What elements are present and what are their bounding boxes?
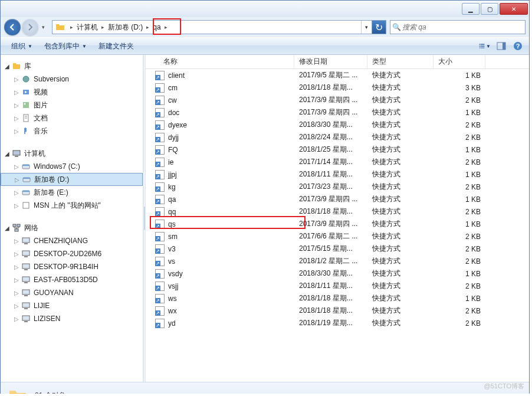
breadcrumb-2[interactable]: qa xyxy=(152,23,162,31)
tree-drive-item[interactable]: ▷新加卷 (E:) xyxy=(1,186,143,199)
file-type: 快捷方式 xyxy=(367,182,434,192)
preview-pane-button[interactable] xyxy=(495,40,508,53)
chevron-right-icon[interactable]: ▸ xyxy=(162,24,170,30)
arrow-left-icon xyxy=(8,23,17,31)
file-row[interactable]: cm2018/1/18 星期...快捷方式3 KB xyxy=(146,81,529,94)
tree-lib-item[interactable]: ▷音乐 xyxy=(1,125,143,138)
tree-computer[interactable]: ◢计算机 xyxy=(1,147,143,160)
chevron-right-icon[interactable]: ▸ xyxy=(99,24,107,30)
status-bar: 21 个对象 xyxy=(1,382,529,394)
tree-network-computer[interactable]: ▷EAST-AFB0513D5D xyxy=(1,273,143,286)
file-date: 2018/1/2 星期二 ... xyxy=(294,256,367,266)
shortcut-icon xyxy=(155,257,165,266)
chevron-right-icon[interactable]: ▸ xyxy=(144,24,152,30)
file-row[interactable]: jjpj2018/1/11 星期...快捷方式1 KB xyxy=(146,168,529,181)
svg-rect-30 xyxy=(22,238,29,243)
shortcut-icon xyxy=(155,158,165,167)
item-icon xyxy=(21,126,31,136)
file-row[interactable]: kg2017/3/23 星期...快捷方式2 KB xyxy=(146,181,529,193)
file-row[interactable]: dyexe2018/3/30 星期...快捷方式2 KB xyxy=(146,119,529,131)
file-row[interactable]: vs2018/1/2 星期二 ...快捷方式2 KB xyxy=(146,255,529,267)
item-icon xyxy=(21,113,31,123)
tree-lib-item[interactable]: ▷Subversion xyxy=(1,73,143,86)
include-in-library-menu[interactable]: 包含到库中▼ xyxy=(38,38,93,54)
file-row[interactable]: ie2017/1/14 星期...快捷方式2 KB xyxy=(146,156,529,168)
search-icon: 🔍 xyxy=(390,23,402,31)
file-row[interactable]: dyjj2018/2/24 星期...快捷方式2 KB xyxy=(146,131,529,143)
file-date: 2018/1/19 星期... xyxy=(294,318,367,328)
file-size: 1 KB xyxy=(434,171,485,179)
svg-rect-25 xyxy=(22,191,29,192)
nav-forward-button[interactable] xyxy=(22,19,38,35)
file-size: 1 KB xyxy=(434,71,485,80)
shortcut-icon xyxy=(155,120,165,130)
file-row[interactable]: cw2017/3/9 星期四 ...快捷方式2 KB xyxy=(146,94,529,106)
new-folder-button[interactable]: 新建文件夹 xyxy=(93,38,140,54)
tree-network-computer[interactable]: ▷GUOYANAN xyxy=(1,286,143,299)
tree-drive-item[interactable]: ▷Windows7 (C:) xyxy=(1,160,143,173)
organize-menu[interactable]: 组织▼ xyxy=(5,38,38,54)
file-row[interactable]: client2017/9/5 星期二 ...快捷方式1 KB xyxy=(146,69,529,81)
search-input[interactable] xyxy=(402,23,525,31)
tree-network[interactable]: ◢网络 xyxy=(1,221,143,234)
library-icon xyxy=(12,61,21,71)
breadcrumb-root-chevron-icon[interactable]: ▸ xyxy=(68,24,75,30)
refresh-button[interactable]: ↻ xyxy=(372,21,386,34)
file-row[interactable]: vsdy2018/3/30 星期...快捷方式1 KB xyxy=(146,267,529,280)
tree-drive-item[interactable]: ▷MSN 上的 "我的网站" xyxy=(1,199,143,212)
nav-history-dropdown[interactable]: ▾ xyxy=(40,24,47,30)
maximize-button[interactable]: ▢ xyxy=(481,3,498,15)
tree-drive-item[interactable]: ▷新加卷 (D:) xyxy=(1,173,143,186)
file-row[interactable]: qa2017/3/9 星期四 ...快捷方式1 KB xyxy=(146,193,529,205)
svg-rect-4 xyxy=(480,48,481,48)
tree-network-computer[interactable]: ▷CHENZHIQIANG xyxy=(1,234,143,247)
file-row[interactable]: sm2017/6/6 星期二 ...快捷方式2 KB xyxy=(146,230,529,243)
column-size[interactable]: 大小 xyxy=(434,55,485,68)
file-date: 2018/3/30 星期... xyxy=(294,120,367,130)
file-list[interactable]: client2017/9/5 星期二 ...快捷方式1 KBcm2018/1/1… xyxy=(146,69,529,382)
file-row[interactable]: FQ2018/1/25 星期...快捷方式1 KB xyxy=(146,143,529,156)
file-name: doc xyxy=(168,109,179,117)
file-row[interactable]: doc2017/3/9 星期四 ...快捷方式1 KB xyxy=(146,106,529,119)
tree-lib-item[interactable]: ▷图片 xyxy=(1,99,143,112)
close-button[interactable]: ✕ xyxy=(500,3,528,15)
file-size: 3 KB xyxy=(434,84,485,92)
help-icon: ? xyxy=(513,41,523,51)
file-row[interactable]: vsjj2018/1/11 星期...快捷方式2 KB xyxy=(146,280,529,292)
navigation-pane[interactable]: ◢库 ▷Subversion▷视频▷图片▷文档▷音乐 ◢计算机 ▷Windows… xyxy=(1,55,143,382)
tree-network-computer[interactable]: ▷LIJIE xyxy=(1,299,143,312)
file-type: 快捷方式 xyxy=(367,145,434,155)
svg-rect-5 xyxy=(481,48,484,48)
breadcrumb-1[interactable]: 新加卷 (D:) xyxy=(107,22,144,32)
file-row[interactable]: v32017/5/15 星期...快捷方式2 KB xyxy=(146,243,529,255)
file-name: v3 xyxy=(168,245,176,253)
breadcrumb-0[interactable]: 计算机 xyxy=(75,22,99,32)
file-date: 2017/5/15 星期... xyxy=(294,244,367,254)
file-type: 快捷方式 xyxy=(367,269,434,279)
file-row[interactable]: qs2017/3/9 星期四 ...快捷方式1 KB xyxy=(146,218,529,230)
svg-rect-3 xyxy=(481,45,484,47)
column-type[interactable]: 类型 xyxy=(367,55,434,68)
tree-libraries[interactable]: ◢库 xyxy=(1,60,143,73)
column-name[interactable]: 名称 xyxy=(146,55,294,68)
minimize-button[interactable]: ▁ xyxy=(462,3,480,15)
nav-back-button[interactable] xyxy=(4,19,21,35)
tree-network-computer[interactable]: ▷DESKTOP-2UD26M6 xyxy=(1,247,143,260)
help-button[interactable]: ? xyxy=(511,40,524,53)
tree-lib-item[interactable]: ▷文档 xyxy=(1,112,143,125)
shortcut-icon xyxy=(155,170,165,179)
search-box[interactable]: 🔍 xyxy=(390,20,526,34)
file-row[interactable]: wx2018/1/18 星期...快捷方式2 KB xyxy=(146,305,529,317)
file-row[interactable]: ws2018/1/18 星期...快捷方式1 KB xyxy=(146,292,529,305)
arrow-right-icon xyxy=(26,23,34,31)
tree-network-computer[interactable]: ▷LIZISEN xyxy=(1,312,143,325)
address-dropdown[interactable]: ▾ xyxy=(361,21,372,34)
view-mode-button[interactable]: ▼ xyxy=(478,40,491,53)
file-type: 快捷方式 xyxy=(367,107,434,117)
tree-network-computer[interactable]: ▷DESKTOP-9R1B4IH xyxy=(1,260,143,273)
tree-lib-item[interactable]: ▷视频 xyxy=(1,86,143,99)
address-bar[interactable]: ▸ 计算机 ▸ 新加卷 (D:) ▸ qa ▸ ▾ ↻ xyxy=(52,20,386,34)
file-row[interactable]: qq2018/1/18 星期...快捷方式2 KB xyxy=(146,205,529,218)
file-row[interactable]: yd2018/1/19 星期...快捷方式2 KB xyxy=(146,317,529,329)
column-date[interactable]: 修改日期 xyxy=(294,55,367,68)
